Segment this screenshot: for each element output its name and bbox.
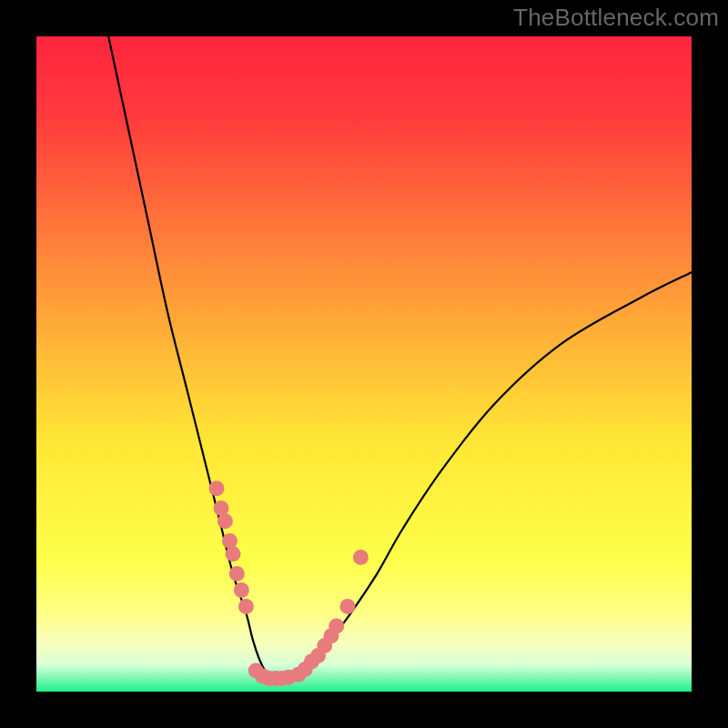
highlight-dot: [329, 619, 344, 634]
chart-frame: TheBottleneck.com: [0, 0, 728, 728]
highlight-dot: [209, 480, 225, 496]
highlight-dots: [209, 480, 369, 686]
watermark-text: TheBottleneck.com: [513, 4, 719, 32]
highlight-dot: [217, 513, 233, 529]
highlight-dot: [229, 566, 245, 581]
highlight-dot: [222, 533, 238, 549]
highlight-dot: [214, 500, 229, 516]
highlight-dot: [238, 599, 254, 614]
curve-layer: [36, 36, 692, 692]
highlight-dot: [234, 582, 249, 598]
highlight-dot: [340, 599, 356, 614]
bottleneck-curve: [108, 36, 692, 682]
plot-area: [36, 36, 692, 692]
highlight-dot: [353, 550, 369, 565]
highlight-dot: [226, 546, 241, 561]
